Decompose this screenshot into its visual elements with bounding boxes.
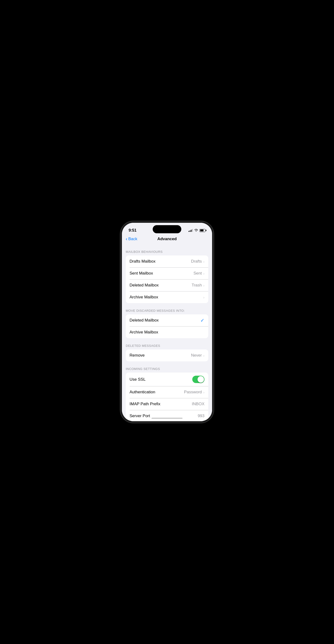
imap-path-prefix-value: INBOX [192, 402, 204, 406]
deleted-mailbox-option-right: ✓ [200, 318, 204, 323]
sent-mailbox-label: Sent Mailbox [130, 271, 153, 276]
drafts-mailbox-label: Drafts Mailbox [130, 259, 156, 264]
incoming-settings-card: Use SSL Authentication Password › I [126, 372, 208, 421]
archive-mailbox-label: Archive Mailbox [130, 295, 158, 300]
move-discarded-card: Deleted Mailbox ✓ Archive Mailbox [126, 314, 208, 338]
back-label: Back [128, 236, 138, 242]
section-label-move-discarded: MOVE DISCARDED MESSAGES INTO: [122, 309, 212, 314]
status-bar: 9:51 [122, 223, 212, 235]
row-archive-mailbox-option[interactable]: Archive Mailbox [126, 326, 208, 338]
deleted-mailbox-option-label: Deleted Mailbox [130, 318, 159, 323]
drafts-mailbox-value: Drafts [191, 259, 202, 264]
remove-value: Never [191, 353, 202, 358]
server-port-value: 993 [198, 414, 204, 418]
section-deleted-messages: DELETED MESSAGES Remove Never › [122, 344, 212, 361]
authentication-right: Password › [184, 390, 204, 394]
row-deleted-mailbox-option[interactable]: Deleted Mailbox ✓ [126, 314, 208, 326]
use-ssl-toggle[interactable] [192, 376, 204, 383]
battery-fill [200, 230, 204, 231]
chevron-right-icon: › [203, 295, 204, 299]
deleted-mailbox-right: Trash › [192, 283, 204, 288]
sent-mailbox-right: Sent › [194, 271, 204, 276]
deleted-mailbox-value: Trash [192, 283, 202, 288]
phone-screen: 9:51 ‹ [122, 223, 212, 421]
wifi-icon [194, 229, 198, 232]
row-drafts-mailbox[interactable]: Drafts Mailbox Drafts › [126, 256, 208, 268]
section-label-deleted-messages: DELETED MESSAGES [122, 344, 212, 350]
server-port-right: 993 [198, 414, 204, 418]
row-remove[interactable]: Remove Never › [126, 350, 208, 361]
toggle-knob [198, 376, 204, 382]
chevron-right-icon: › [203, 354, 204, 358]
section-label-incoming-settings: INCOMING SETTINGS [122, 367, 212, 372]
archive-mailbox-option-label: Archive Mailbox [130, 330, 158, 335]
signal-icon [188, 229, 193, 232]
deleted-mailbox-label: Deleted Mailbox [130, 283, 159, 288]
use-ssl-label: Use SSL [130, 377, 146, 382]
chevron-right-icon: › [203, 260, 204, 264]
checkmark-icon: ✓ [200, 318, 204, 323]
row-authentication[interactable]: Authentication Password › [126, 386, 208, 398]
section-mailbox-behaviours: MAILBOX BEHAVIOURS Drafts Mailbox Drafts… [122, 250, 212, 303]
row-archive-mailbox[interactable]: Archive Mailbox › [126, 291, 208, 303]
server-port-label: Server Port [130, 414, 150, 418]
drafts-mailbox-right: Drafts › [191, 259, 204, 264]
status-icons [188, 229, 206, 232]
chevron-right-icon: › [203, 390, 204, 394]
content-area: MAILBOX BEHAVIOURS Drafts Mailbox Drafts… [122, 244, 212, 421]
remove-label: Remove [130, 353, 144, 358]
nav-title: Advanced [157, 236, 176, 242]
remove-right: Never › [191, 353, 204, 358]
home-indicator [152, 418, 182, 419]
mailbox-behaviours-card: Drafts Mailbox Drafts › Sent Mailbox Sen… [126, 256, 208, 303]
section-move-discarded: MOVE DISCARDED MESSAGES INTO: Deleted Ma… [122, 309, 212, 338]
row-server-port[interactable]: Server Port 993 [126, 410, 208, 421]
authentication-label: Authentication [130, 390, 155, 394]
imap-path-prefix-right: INBOX [192, 402, 204, 406]
row-imap-path-prefix[interactable]: IMAP Path Prefix INBOX [126, 398, 208, 410]
back-chevron-icon: ‹ [126, 236, 128, 242]
status-time: 9:51 [128, 228, 136, 233]
section-incoming-settings: INCOMING SETTINGS Use SSL Authentication… [122, 367, 212, 421]
row-deleted-mailbox[interactable]: Deleted Mailbox Trash › [126, 279, 208, 291]
phone-frame: 9:51 ‹ [120, 221, 214, 423]
archive-mailbox-right: › [203, 295, 204, 299]
section-label-mailbox-behaviours: MAILBOX BEHAVIOURS [122, 250, 212, 256]
deleted-messages-card: Remove Never › [126, 350, 208, 361]
sent-mailbox-value: Sent [194, 271, 202, 276]
nav-bar: ‹ Back Advanced [122, 235, 212, 244]
chevron-right-icon: › [203, 283, 204, 288]
authentication-value: Password [184, 390, 202, 394]
row-sent-mailbox[interactable]: Sent Mailbox Sent › [126, 268, 208, 279]
battery-icon [200, 229, 206, 232]
chevron-right-icon: › [203, 272, 204, 276]
imap-path-prefix-label: IMAP Path Prefix [130, 402, 160, 406]
back-button[interactable]: ‹ Back [126, 236, 137, 242]
row-use-ssl[interactable]: Use SSL [126, 372, 208, 386]
dynamic-island [153, 225, 181, 233]
